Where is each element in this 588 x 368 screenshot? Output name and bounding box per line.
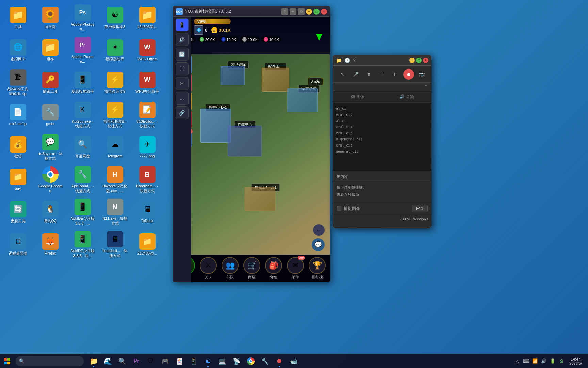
nox-minimize-btn[interactable]: − xyxy=(306,9,312,15)
icon-apktool[interactable]: 🔧 ApkToolAi... - 快捷方式 xyxy=(68,165,97,194)
icon-leidiuo[interactable]: ⚡ 雷电多开器9 xyxy=(100,68,129,97)
icon-todesk[interactable]: 🖥 ToDesk xyxy=(133,198,162,227)
icon-aisi[interactable]: 📱 爱思投屏助手 xyxy=(68,68,97,97)
game-nav-stages[interactable]: ⚔ 关卡 xyxy=(200,257,217,280)
taskbar-wrench[interactable]: 🔧 xyxy=(258,354,272,368)
icon-apkide2[interactable]: 📱 ApkIDE少月版3.3.5 - 快... xyxy=(68,230,97,259)
icon-firefox[interactable]: 🦊 Firefox xyxy=(36,230,65,259)
rec-tab-audio[interactable]: 🔊 音频 xyxy=(382,91,431,103)
taskbar-antenna[interactable]: 📡 xyxy=(230,354,243,368)
icon-dnspy[interactable]: 🔍 百度网盘 xyxy=(68,133,97,162)
icon-baidu[interactable]: ☁ Telegram xyxy=(100,133,129,162)
nox-side-phone-btn[interactable]: 📱 xyxy=(176,18,189,31)
icon-mir2[interactable]: 📄 mir2.def.ip xyxy=(3,101,32,129)
nox-close-btn[interactable]: × xyxy=(321,9,327,15)
nox-side-scissors-btn[interactable]: ✂ xyxy=(176,77,189,90)
rec-camera-btn[interactable]: 📷 xyxy=(416,69,427,80)
icon-num212[interactable]: 📁 212435yp... xyxy=(133,230,162,259)
green-arrow-icon[interactable]: ▼ xyxy=(314,30,325,43)
tray-network[interactable]: 📶 xyxy=(531,357,539,365)
icon-wps[interactable]: W WPS Office xyxy=(133,36,162,65)
icon-premiere[interactable]: Pr Adobe Premie... xyxy=(68,36,97,65)
icon-tools[interactable]: 📁 工具 xyxy=(3,3,32,32)
taskbar-premiere[interactable]: Pr xyxy=(130,354,143,368)
tray-keyboard[interactable]: ⌨ xyxy=(522,357,530,365)
icon-qq[interactable]: 🐧 腾讯QQ xyxy=(36,198,65,227)
game-map[interactable]: ✈ 🔥 7 7 🛑 🌐 xyxy=(173,54,330,255)
taskbar-xbox[interactable]: 🎮 xyxy=(158,354,172,368)
rec-mic-btn[interactable]: 🎤 xyxy=(350,69,361,80)
rec-close-btn[interactable]: × xyxy=(423,58,428,63)
icon-gengxin[interactable]: 🔄 更新工具 xyxy=(3,198,32,227)
taskbar-phone[interactable]: 📱 xyxy=(187,354,200,368)
shortcut-key-display[interactable]: F11 xyxy=(412,205,428,212)
nox-menu-btn[interactable]: ≡ xyxy=(290,8,296,15)
building-parts[interactable] xyxy=(262,68,289,92)
nox-settings-btn[interactable]: ⚙ xyxy=(298,8,305,15)
start-button[interactable] xyxy=(0,354,14,368)
icon-finalshell[interactable]: 🖥 finalshell... - 快捷方式 xyxy=(100,230,129,259)
icon-wpsban[interactable]: W WPS办公助手 xyxy=(133,68,162,97)
rec-maximize-btn[interactable]: □ xyxy=(416,58,422,63)
icon-gmht[interactable]: 🔧 gmht xyxy=(36,101,65,129)
icon-mnzs[interactable]: ✦ 模拟器助手 xyxy=(100,36,129,65)
taskbar-bandicam[interactable]: ⏺ xyxy=(273,354,286,368)
icon-hworks[interactable]: H HWorks32汉化版.exe - ... xyxy=(100,165,129,194)
game-nav-bag[interactable]: 🎒 背包 xyxy=(265,257,282,280)
icon-pay2[interactable]: 📁 pay xyxy=(3,165,32,194)
building-armor[interactable] xyxy=(221,66,245,85)
nox-side-vol-btn[interactable]: 🔊 xyxy=(176,33,189,46)
taskbar-chrome[interactable] xyxy=(244,354,258,368)
building-hub[interactable] xyxy=(200,109,231,143)
icon-chrome[interactable]: Google Chrome xyxy=(36,165,65,194)
nox-side-screen-btn[interactable]: ⛶ xyxy=(176,62,189,75)
icon-pay[interactable]: 💰 微信 xyxy=(3,133,32,162)
taskbar-shield[interactable]: 🛡 xyxy=(144,354,158,368)
building-tank-factory[interactable] xyxy=(245,187,275,211)
taskbar-nox[interactable]: ☯ xyxy=(201,354,215,368)
nox-maximize-btn[interactable]: □ xyxy=(313,9,320,15)
rec-pause-btn[interactable]: ⏸ xyxy=(390,69,401,80)
nox-titlebar[interactable]: NOX NOX 夜神模拟器3 7.0.5.2 ? ≡ ⚙ − □ × xyxy=(173,6,330,17)
building-ops-center[interactable] xyxy=(228,126,262,156)
icon-telegram[interactable]: ✈ 7777.png xyxy=(133,133,162,162)
taskbar-search[interactable]: 🔍 xyxy=(16,356,84,366)
rec-titlebar[interactable]: 📁 🕐 ? − □ × xyxy=(333,55,431,66)
icon-gmtool[interactable]: 🗜 战神GM工具 破解版.zip xyxy=(3,68,32,97)
icon-bandicam[interactable]: B Bandicam... - 快捷方式 xyxy=(133,165,162,194)
icon-num16[interactable]: 📁 16460661... xyxy=(133,3,162,32)
back-arrow-btn[interactable]: ← xyxy=(313,224,325,236)
rec-pointer-btn[interactable]: ⬆ xyxy=(363,69,374,80)
rec-tab-image[interactable]: 🖼 图像 xyxy=(333,91,382,103)
icon-jiemi[interactable]: 🔑 解密工具 xyxy=(36,68,65,97)
icon-wechat[interactable]: 💬 dnSpy.exe - 快捷方式 xyxy=(36,133,65,162)
game-nav-mail[interactable]: ✉ 200 邮件 xyxy=(287,257,304,280)
nox-side-link-btn[interactable]: 🔗 xyxy=(176,106,189,119)
taskbar-edge[interactable]: 🌊 xyxy=(101,354,115,368)
chat-bubble-btn[interactable]: 💬 xyxy=(312,238,325,251)
icon-nox[interactable]: ☯ 夜神模拟器3 xyxy=(100,3,129,32)
rec-cursor-btn[interactable]: ↖ xyxy=(337,69,348,80)
tray-volume[interactable]: 🔊 xyxy=(540,357,548,365)
icon-010ed[interactable]: 📝 010Editor... - 快捷方式 xyxy=(133,101,162,129)
icon-leishen[interactable]: ⚡ 雷电模拟器9 - 快捷方式 xyxy=(100,101,129,129)
game-nav-ranking[interactable]: 🏆 排行榜 xyxy=(309,257,326,280)
tray-battery[interactable]: 🔋 xyxy=(549,357,556,365)
icon-xiangri[interactable]: 🌻 向日葵 xyxy=(36,3,65,32)
icon-apkide[interactable]: 📱 ApkIDE少月版3.5.0 - ... xyxy=(68,198,97,227)
panel-collapse-btn[interactable]: ⌃ xyxy=(424,83,428,90)
taskbar-search-app[interactable]: 🔍 xyxy=(115,354,129,368)
rec-minimize-btn[interactable]: − xyxy=(409,58,415,63)
building-military[interactable] xyxy=(287,88,318,112)
icon-kugou[interactable]: K KuGou.exe - 快捷方式 xyxy=(68,101,97,129)
taskbar-docker[interactable]: 🐋 xyxy=(287,354,300,368)
taskbar-file-explorer[interactable]: 📁 xyxy=(87,354,100,368)
icon-n11[interactable]: N N11.exe - 快捷方式 xyxy=(100,198,129,227)
taskbar-pc[interactable]: 💻 xyxy=(215,354,229,368)
taskbar-clock[interactable]: 14:47 2023/5/ xyxy=(567,357,585,365)
nox-side-more-btn[interactable]: … xyxy=(176,92,189,105)
game-nav-shop[interactable]: 🛒 商店 xyxy=(243,257,260,280)
icon-shucun[interactable]: 📁 缓存 xyxy=(36,36,65,65)
game-nav-troops[interactable]: 👥 部队 xyxy=(222,257,239,280)
tray-sougou[interactable]: S xyxy=(558,357,565,365)
